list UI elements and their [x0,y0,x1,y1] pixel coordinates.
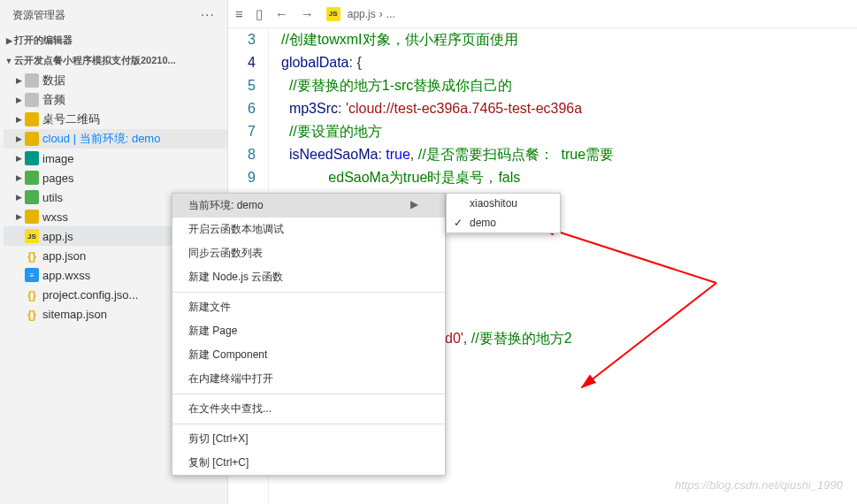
list-icon[interactable]: ≡ [235,6,243,21]
folder-icon [25,93,39,107]
folder-icon [25,112,39,126]
tree-folder[interactable]: ▶pages [4,168,227,187]
breadcrumb-sep: › [379,8,383,20]
explorer-title: 资源管理器 [12,8,65,23]
chevron-down-icon: ▼ [4,57,14,65]
context-menu-item[interactable]: 复制 [Ctrl+C] [172,451,445,475]
json-file-icon: {} [25,248,39,263]
context-menu-item[interactable]: 同步云函数列表 [172,241,445,265]
context-menu-item[interactable]: 开启云函数本地调试 [172,218,445,241]
context-menu[interactable]: 当前环境: demo▶开启云函数本地调试同步云函数列表新建 Node.js 云函… [172,193,446,476]
context-menu-item[interactable]: 剪切 [Ctrl+X] [172,427,445,451]
tree-label: sitemap.json [42,308,107,321]
folder-icon [25,171,39,185]
json-file-icon: {} [25,287,39,302]
context-menu-item[interactable]: 新建 Component [172,343,445,367]
folder-icon [25,151,39,165]
more-icon[interactable]: ··· [201,7,215,23]
tree-label: project.config.jso... [42,288,138,302]
context-submenu[interactable]: xiaoshitoudemo [446,193,561,233]
tree-label: app.wxss [42,269,90,282]
tree-folder[interactable]: ▶桌号二维码 [4,110,227,129]
js-file-icon: JS [25,229,39,243]
context-submenu-item[interactable]: demo [447,213,560,233]
js-file-icon: JS [326,7,341,21]
tree-label: app.js [42,230,73,243]
project-label: 云开发点餐小程序模拟支付版20210... [14,54,176,67]
tree-label: 音频 [42,92,65,108]
tree-label: wxss [42,210,68,224]
context-menu-item[interactable]: 在文件夹中查找... [172,397,445,421]
tree-folder[interactable]: ▶数据 [4,71,227,90]
folder-icon [25,73,39,88]
tree-folder-cloud[interactable]: ▶cloud | 当前环境: demo [4,129,227,149]
cloud-folder-icon [25,132,39,146]
open-editors-section[interactable]: ▶ 打开的编辑器 [0,30,227,50]
explorer-title-row: 资源管理器 ··· [0,0,227,30]
forward-icon[interactable]: → [301,6,314,21]
context-menu-item[interactable]: 新建 Node.js 云函数 [172,265,445,289]
editor-topbar: ≡ ▯ ← → JS app.js › ... [228,0,857,28]
tree-label: utils [42,191,63,204]
tree-folder[interactable]: ▶image [4,149,227,168]
bookmark-icon[interactable]: ▯ [256,6,263,22]
breadcrumb-file: app.js [348,8,376,20]
chevron-right-icon: ▶ [4,36,14,45]
folder-icon [25,210,39,224]
context-menu-item[interactable]: 当前环境: demo▶ [172,194,445,218]
open-editors-label: 打开的编辑器 [14,34,73,47]
json-file-icon: {} [25,307,39,321]
tree-label: cloud | 当前环境: demo [42,131,160,147]
tree-label: app.json [42,249,86,263]
context-submenu-item[interactable]: xiaoshitou [447,194,560,213]
tree-label: 桌号二维码 [42,111,100,127]
tree-label: 数据 [42,73,65,88]
project-section[interactable]: ▼ 云开发点餐小程序模拟支付版20210... [0,50,227,71]
tree-label: pages [42,172,73,185]
context-menu-item[interactable]: 在内建终端中打开 [172,367,445,391]
back-icon[interactable]: ← [275,6,288,21]
breadcrumb-more: ... [386,8,395,20]
breadcrumb[interactable]: JS app.js › ... [326,7,395,21]
tree-folder[interactable]: ▶音频 [4,90,227,110]
tree-label: image [42,152,73,165]
wxss-file-icon: ≡ [25,268,39,282]
context-menu-item[interactable]: 新建 Page [172,319,445,343]
folder-icon [25,190,39,204]
context-menu-item[interactable]: 新建文件 [172,295,445,319]
